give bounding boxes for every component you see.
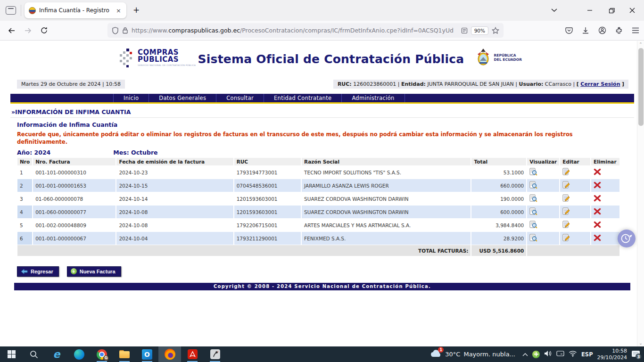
action-buttons: Regresar + Nueva Factura bbox=[17, 266, 634, 277]
account-icon[interactable] bbox=[598, 26, 606, 34]
lock-icon[interactable] bbox=[122, 27, 128, 34]
visualizar-icon[interactable] bbox=[529, 221, 537, 229]
menu-item-inicio[interactable]: Inicio bbox=[113, 94, 149, 102]
downloads-icon[interactable] bbox=[582, 27, 589, 34]
cell-nro: 4 bbox=[17, 206, 32, 218]
taskbar-firefox[interactable] bbox=[158, 346, 181, 362]
weather-badge: 1 bbox=[438, 347, 444, 353]
nueva-factura-button[interactable]: + Nueva Factura bbox=[67, 266, 121, 277]
eliminar-icon[interactable] bbox=[594, 234, 601, 241]
menu-item-entidad-contratante[interactable]: Entidad Contratante bbox=[264, 94, 342, 102]
invoice-row: 6001-001-0000000672024-10-04179321129000… bbox=[17, 232, 619, 245]
restore-button[interactable] bbox=[603, 0, 619, 21]
bracket-open: [ bbox=[577, 81, 579, 87]
editar-icon[interactable] bbox=[562, 221, 570, 229]
editar-icon[interactable] bbox=[562, 207, 570, 215]
back-icon[interactable] bbox=[4, 24, 20, 38]
menu-item-datos-generales[interactable]: Datos Generales bbox=[149, 94, 216, 102]
regresar-button[interactable]: Regresar bbox=[17, 266, 59, 277]
tray-chevron-icon[interactable] bbox=[522, 351, 528, 358]
year-label: Año: 2024 bbox=[17, 149, 50, 156]
editar-icon[interactable] bbox=[562, 168, 570, 176]
taskbar-edge[interactable] bbox=[68, 346, 91, 362]
month-label: Mes: Octubre bbox=[113, 149, 157, 156]
info-row: Martes 29 de Octubre de 2024 | 10:58 RUC… bbox=[17, 80, 628, 89]
taskbar-acrobat[interactable] bbox=[181, 346, 204, 362]
editar-icon[interactable] bbox=[562, 181, 570, 189]
plus-icon: + bbox=[71, 268, 77, 274]
firefox-view-icon[interactable] bbox=[6, 6, 16, 15]
invoice-row: 4001-060-0000000772024-10-08120159360300… bbox=[17, 206, 619, 218]
close-window-button[interactable] bbox=[624, 0, 640, 21]
cell-fecha: 2024-10-15 bbox=[116, 179, 233, 192]
antivirus-icon[interactable] bbox=[532, 351, 540, 358]
cell-nro: 2 bbox=[17, 179, 32, 192]
extensions-icon[interactable] bbox=[615, 27, 623, 34]
menu-item-consultar[interactable]: Consultar bbox=[216, 94, 264, 102]
wifi-icon[interactable] bbox=[569, 350, 577, 359]
eliminar-icon[interactable] bbox=[594, 221, 601, 228]
reload-icon[interactable] bbox=[36, 24, 52, 38]
logo-pixels-icon bbox=[119, 48, 135, 68]
scroll-up-icon[interactable]: ⌃ bbox=[637, 42, 644, 47]
scroll-down-icon[interactable]: ⌄ bbox=[637, 341, 644, 346]
new-tab-button[interactable]: + bbox=[133, 5, 140, 15]
cell-total: 600.0000 bbox=[471, 206, 526, 218]
logout-link[interactable]: Cerrar Sesión bbox=[580, 81, 620, 87]
url-prefix: https://www. bbox=[132, 27, 168, 34]
chrome-profile-badge: G bbox=[103, 355, 109, 361]
zoom-level-badge[interactable]: 90% bbox=[471, 26, 488, 35]
visualizar-icon[interactable] bbox=[529, 181, 537, 189]
gov-line2: DEL ECUADOR bbox=[494, 58, 522, 62]
visualizar-icon[interactable] bbox=[529, 168, 537, 176]
header-fecha: Fecha de emisión de la factura bbox=[116, 158, 233, 165]
taskbar-bird-app[interactable] bbox=[204, 346, 226, 362]
cell-razon: FENIXMED S.A.S. bbox=[302, 232, 471, 245]
editar-icon[interactable] bbox=[562, 194, 570, 202]
eliminar-icon[interactable] bbox=[594, 195, 601, 202]
editar-icon[interactable] bbox=[562, 234, 570, 242]
taskbar-internet-explorer[interactable]: e bbox=[45, 346, 68, 362]
screen: Infima Cuantía - Registro × + bbox=[0, 0, 644, 362]
keyboard-language[interactable]: ESP bbox=[581, 351, 593, 358]
windows-logo-icon bbox=[8, 350, 16, 358]
menu-item-administracion[interactable]: Administración bbox=[342, 94, 405, 102]
weather-widget[interactable]: 1 30°C Mayorm. nubla... bbox=[430, 349, 515, 359]
menu-hamburger-icon[interactable] bbox=[632, 27, 639, 33]
cast-display-icon[interactable] bbox=[556, 350, 564, 359]
bookmark-star-icon[interactable] bbox=[492, 27, 499, 34]
taskbar-clock[interactable]: 10:58 29/10/2024 bbox=[597, 348, 627, 361]
eliminar-icon[interactable] bbox=[594, 181, 601, 189]
shield-icon[interactable] bbox=[112, 27, 119, 34]
pocket-icon[interactable] bbox=[565, 27, 573, 34]
page-title: Sistema Oficial de Contratación Pública bbox=[152, 52, 510, 66]
visualizar-icon[interactable] bbox=[529, 234, 537, 242]
cell-nro: 3 bbox=[17, 192, 32, 205]
scrollbar-thumb[interactable] bbox=[638, 48, 644, 126]
cell-total: 28.9200 bbox=[471, 232, 526, 245]
reader-mode-icon[interactable] bbox=[461, 27, 468, 34]
chrome-icon: G bbox=[97, 349, 107, 360]
browser-tab[interactable]: Infima Cuantía - Registro × bbox=[25, 2, 126, 18]
taskbar-chrome[interactable]: G bbox=[91, 346, 113, 362]
eliminar-icon[interactable] bbox=[594, 168, 601, 175]
taskbar-search-button[interactable] bbox=[23, 346, 45, 362]
forward-icon[interactable] bbox=[20, 24, 36, 38]
tab-close-icon[interactable]: × bbox=[115, 7, 122, 14]
start-button[interactable] bbox=[0, 346, 23, 362]
volume-icon[interactable] bbox=[544, 350, 552, 359]
floating-clock-widget[interactable] bbox=[618, 230, 636, 247]
invoice-row: 301-060-0000000782024-10-141201593603001… bbox=[17, 192, 619, 205]
tab-list-chevron-icon[interactable] bbox=[546, 0, 562, 21]
taskbar-outlook[interactable]: O bbox=[136, 346, 158, 362]
taskbar-file-explorer[interactable] bbox=[113, 346, 136, 362]
visualizar-icon[interactable] bbox=[529, 207, 537, 215]
url-bar[interactable]: https://www.compraspublicas.gob.ec/Proce… bbox=[107, 23, 504, 38]
notification-center[interactable]: 3 bbox=[631, 350, 640, 358]
minimize-button[interactable] bbox=[582, 0, 598, 21]
page-scrollbar[interactable]: ⌃ ⌄ bbox=[637, 41, 644, 346]
eliminar-icon[interactable] bbox=[594, 208, 601, 215]
url-text[interactable]: https://www.compraspublicas.gob.ec/Proce… bbox=[132, 27, 458, 34]
visualizar-icon[interactable] bbox=[529, 194, 537, 202]
cell-factura: 001-001-000001653 bbox=[33, 179, 116, 192]
